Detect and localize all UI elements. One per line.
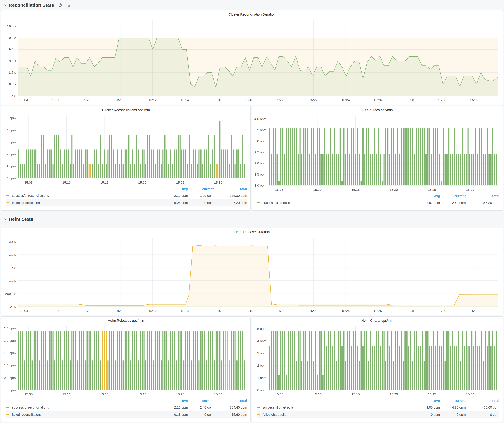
svg-text:15:18: 15:18: [245, 98, 253, 102]
git-sources-ops-chart[interactable]: 15:0515:1015:1515:2015:2515:301.0 opm1.5…: [253, 113, 501, 193]
svg-text:2 opm: 2 opm: [7, 152, 16, 156]
svg-text:15:15: 15:15: [351, 188, 360, 191]
cluster-reconciliations-ops-chart[interactable]: 15:0515:1015:1515:2015:2515:300 opm1 opm…: [3, 113, 249, 186]
chevron-down-icon[interactable]: [3, 3, 7, 7]
legend-series-label[interactable]: failed reconciliations: [12, 413, 162, 417]
svg-text:0.5 opm: 0.5 opm: [4, 376, 16, 380]
svg-text:15:05: 15:05: [275, 188, 283, 191]
section-header-helm-stats[interactable]: Helm Stats: [1, 211, 503, 228]
legend-sort-current[interactable]: current: [440, 194, 466, 198]
panel-helm-release-duration: Helm Release Duration 15:0415:0615:0815:…: [1, 228, 503, 315]
panel-title[interactable]: Helm Release Duration: [3, 229, 501, 235]
svg-text:2.5 opm: 2.5 opm: [4, 326, 16, 330]
legend-series-label[interactable]: successful reconciliations: [12, 405, 162, 409]
svg-text:15:16: 15:16: [213, 98, 221, 102]
legend-current-value: 2.40 opm: [440, 201, 466, 205]
legend-current-value: 0 opm: [440, 413, 466, 417]
legend-series-label[interactable]: failed reconciliations: [12, 201, 162, 205]
section-title: Helm Stats: [9, 217, 33, 222]
series-dash-icon: [6, 195, 9, 196]
svg-text:15:28: 15:28: [406, 309, 414, 313]
series-dash-icon: [6, 202, 9, 203]
panel-title[interactable]: Cluster Reconciliation Duration: [3, 11, 501, 18]
svg-text:15:25: 15:25: [176, 181, 184, 184]
legend-sort-avg[interactable]: avg: [162, 399, 188, 403]
svg-text:15:20: 15:20: [277, 309, 285, 313]
legend-series-label[interactable]: successful chart pulls: [262, 405, 414, 409]
helm-charts-ops-chart[interactable]: 15:0515:1015:1515:2015:2515:300 opm1 opm…: [253, 324, 501, 397]
svg-text:15:20: 15:20: [277, 98, 285, 102]
series-dash-icon: [6, 414, 9, 415]
legend-sort-total[interactable]: total: [466, 399, 499, 403]
legend-sort-avg[interactable]: avg: [162, 187, 188, 191]
svg-text:15:25: 15:25: [176, 393, 184, 396]
legend-sort-avg[interactable]: avg: [414, 194, 440, 198]
panel-git-sources-ops: Git Sources ops/min 15:0515:1015:1515:20…: [252, 106, 503, 211]
legend-total-value: 256.80 opm: [214, 194, 247, 198]
svg-text:15:10: 15:10: [62, 181, 71, 184]
helm-release-duration-chart[interactable]: 15:0415:0615:0815:1015:1215:1415:1615:18…: [3, 235, 501, 314]
panel-title[interactable]: Helm Releases ops/min: [3, 317, 249, 324]
panel-title[interactable]: Cluster Reconciliations ops/min: [3, 107, 249, 113]
legend-sort-total[interactable]: total: [214, 187, 247, 191]
chevron-down-icon[interactable]: [3, 217, 7, 221]
svg-text:8.0 s: 8.0 s: [9, 82, 16, 86]
svg-text:3 opm: 3 opm: [7, 140, 16, 144]
svg-text:9.0 s: 9.0 s: [9, 59, 16, 63]
svg-text:7.5 s: 7.5 s: [9, 94, 16, 98]
svg-text:2.0 s: 2.0 s: [9, 253, 16, 256]
legend-sort-total[interactable]: total: [466, 194, 499, 198]
legend-series-label[interactable]: failed chart pulls: [262, 413, 414, 417]
svg-text:15:05: 15:05: [275, 393, 283, 396]
legend-series-label[interactable]: successful reconciliations: [12, 194, 162, 198]
svg-text:15:10: 15:10: [313, 393, 322, 396]
legend-sort-avg[interactable]: avg: [414, 399, 440, 403]
helm-releases-ops-chart[interactable]: 15:0515:1015:1515:2015:2515:300 opm0.5 o…: [3, 324, 249, 397]
svg-text:15:06: 15:06: [52, 309, 60, 313]
svg-text:0 opm: 0 opm: [257, 388, 266, 392]
panel-title[interactable]: Git Sources ops/min: [253, 107, 501, 113]
svg-text:15:25: 15:25: [428, 393, 436, 396]
svg-text:15:06: 15:06: [52, 98, 60, 102]
svg-text:15:30: 15:30: [438, 309, 446, 313]
panel-title[interactable]: Helm Charts ops/min: [253, 317, 501, 324]
gear-icon[interactable]: [59, 3, 63, 7]
svg-text:15:12: 15:12: [149, 98, 157, 102]
svg-text:15:22: 15:22: [309, 309, 318, 313]
svg-text:15:05: 15:05: [24, 393, 33, 396]
legend-row: successful reconciliations 2.12 opm 1.20…: [6, 192, 247, 199]
legend-current-value: 1.20 opm: [188, 194, 214, 198]
svg-text:15:30: 15:30: [466, 188, 474, 191]
legend-row: successful chart pulls 3.85 opm 4.80 opm…: [257, 404, 499, 411]
legend-avg-value: 3.85 opm: [414, 405, 440, 409]
svg-text:15:05: 15:05: [24, 181, 33, 184]
svg-text:3.0 opm: 3.0 opm: [254, 139, 266, 143]
trash-icon[interactable]: [67, 3, 71, 7]
legend-row: successful git pulls 2.87 opm 2.40 opm 3…: [257, 199, 499, 206]
svg-text:15:10: 15:10: [116, 98, 125, 102]
legend-series-label[interactable]: successful git pulls: [262, 201, 414, 205]
svg-text:1.0 s: 1.0 s: [9, 279, 16, 282]
svg-text:15:12: 15:12: [149, 309, 157, 313]
svg-text:15:30: 15:30: [466, 393, 474, 396]
legend-total-value: 346.80 opm: [466, 201, 499, 205]
svg-text:15:30: 15:30: [438, 98, 446, 102]
svg-text:15:30: 15:30: [214, 181, 222, 184]
svg-text:4 opm: 4 opm: [7, 128, 16, 132]
svg-text:15:14: 15:14: [181, 98, 189, 102]
cluster-reconciliation-duration-chart[interactable]: 15:0415:0615:0815:1015:1215:1415:1615:18…: [3, 18, 501, 103]
svg-text:15:32: 15:32: [470, 309, 479, 313]
legend-sort-current[interactable]: current: [440, 399, 466, 403]
legend: avg current total successful reconciliat…: [3, 397, 249, 419]
legend-sort-total[interactable]: total: [214, 399, 247, 403]
svg-text:15:20: 15:20: [390, 393, 398, 396]
svg-text:2.0 opm: 2.0 opm: [254, 162, 266, 165]
section-header-reconciliation-stats[interactable]: Reconciliation Stats: [1, 0, 503, 10]
series-dash-icon: [257, 414, 260, 415]
svg-text:9.5 s: 9.5 s: [9, 47, 16, 51]
legend-sort-current[interactable]: current: [188, 187, 214, 191]
section-title: Reconciliation Stats: [9, 2, 54, 8]
legend-sort-current[interactable]: current: [188, 399, 214, 403]
panel-cluster-reconciliations-ops: Cluster Reconciliations ops/min 15:0515:…: [1, 106, 251, 211]
svg-text:15:30: 15:30: [214, 393, 222, 396]
